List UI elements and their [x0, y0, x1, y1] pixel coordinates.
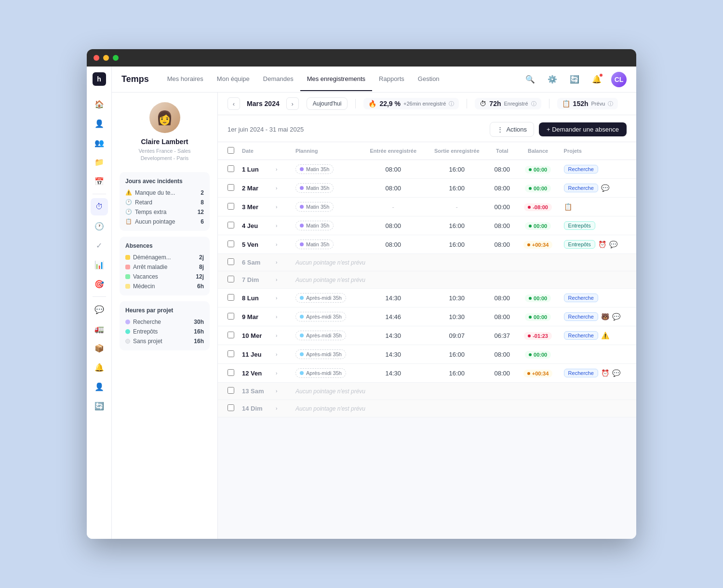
maximize-dot[interactable]: [113, 55, 119, 61]
minimize-dot[interactable]: [103, 55, 109, 61]
planning-pill[interactable]: Après-midi 35h: [295, 368, 346, 378]
planning-pill[interactable]: Matin 35h: [295, 164, 334, 174]
today-button[interactable]: Aujourd'hui: [307, 97, 348, 110]
tab-mes-horaires[interactable]: Mes horaires: [161, 67, 210, 91]
absence-demenagement: Déménagem... 2j: [125, 254, 204, 261]
sidebar-item-home[interactable]: 🏠: [91, 95, 108, 113]
planning-pill[interactable]: Après-midi 35h: [295, 312, 346, 321]
row-weekend-msg: Aucun pointage n'est prévu: [292, 400, 636, 417]
balance-badge: 00:00: [525, 185, 551, 192]
expand-button[interactable]: ›: [274, 203, 279, 211]
row-checkbox[interactable]: [228, 350, 234, 357]
expand-button[interactable]: ›: [274, 388, 279, 395]
absences-title: Absences: [125, 242, 204, 249]
planning-pill[interactable]: Matin 35h: [295, 240, 334, 249]
sidebar-item-history[interactable]: 🔄: [91, 397, 108, 414]
row-checkbox[interactable]: [228, 258, 234, 265]
vacances-dot: [125, 274, 130, 279]
sidebar-item-check[interactable]: ✓: [91, 237, 108, 254]
row-checkbox[interactable]: [228, 313, 234, 320]
sidebar-item-message[interactable]: 💬: [91, 301, 108, 318]
expand-button[interactable]: ›: [274, 405, 279, 412]
add-absence-button[interactable]: + Demander une absence: [539, 122, 627, 136]
row-planning: Après-midi 35h: [292, 289, 361, 307]
expand-button[interactable]: ›: [274, 313, 279, 321]
prev-period-button[interactable]: ‹: [228, 97, 240, 110]
row-projects: [560, 345, 636, 364]
actions-button[interactable]: ⋮ Actions: [490, 122, 534, 137]
close-dot[interactable]: [94, 55, 99, 61]
stat-enregistre: ⏱ 72h Enregistré ⓘ: [475, 98, 541, 109]
sidebar-item-alert[interactable]: 🔔: [91, 359, 108, 376]
tab-mes-enregistrements[interactable]: Mes enregistrements: [300, 67, 372, 91]
absence-vacances: Vacances 12j: [125, 273, 204, 280]
row-checkbox[interactable]: [228, 165, 234, 172]
expand-button[interactable]: ›: [274, 259, 279, 266]
sidebar-item-box[interactable]: 📦: [91, 339, 108, 357]
tab-rapports[interactable]: Rapports: [372, 67, 411, 91]
balance-badge: +00:34: [523, 241, 553, 249]
projet-sans: Sans projet 16h: [125, 338, 204, 345]
tab-gestion[interactable]: Gestion: [411, 67, 446, 91]
row-date: 3 Mer ›: [238, 198, 292, 216]
row-weekend-msg: Aucun pointage n'est prévu: [292, 383, 636, 400]
sidebar-item-clock2[interactable]: 🕐: [91, 217, 108, 235]
row-checkbox[interactable]: [228, 387, 234, 394]
row-checkbox[interactable]: [228, 203, 234, 210]
expand-button[interactable]: ›: [274, 222, 279, 229]
settings-button[interactable]: ⚙️: [545, 72, 560, 87]
row-checkbox[interactable]: [228, 369, 234, 376]
col-total: Total: [488, 142, 516, 160]
expand-button[interactable]: ›: [274, 276, 279, 283]
expand-button[interactable]: ›: [274, 185, 279, 192]
expand-button[interactable]: ›: [274, 351, 279, 358]
sidebar-item-calendar[interactable]: 📅: [91, 173, 108, 190]
planning-pill[interactable]: Matin 35h: [295, 221, 334, 230]
planning-pill[interactable]: Après-midi 35h: [295, 293, 346, 303]
sortie-value: 16:00: [449, 185, 465, 192]
sidebar-item-truck[interactable]: 🚛: [91, 320, 108, 337]
planning-pill[interactable]: Après-midi 35h: [295, 349, 346, 359]
sidebar-item-person[interactable]: 👤: [91, 115, 108, 132]
expand-button[interactable]: ›: [274, 332, 279, 339]
row-checkbox[interactable]: [228, 276, 234, 282]
row-icon: 🐻: [601, 313, 609, 321]
expand-button[interactable]: ›: [274, 241, 279, 248]
sidebar-item-user-plus[interactable]: 👤: [91, 378, 108, 395]
row-checkbox[interactable]: [228, 294, 234, 301]
table-row: 4 Jeu › Matin 35h 08:00 16:00 08:00: [218, 216, 636, 235]
search-button[interactable]: 🔍: [522, 72, 538, 87]
col-check: [218, 142, 238, 160]
planning-pill[interactable]: Matin 35h: [295, 202, 334, 212]
row-checkbox[interactable]: [228, 332, 234, 338]
sidebar-item-chart[interactable]: 📊: [91, 256, 108, 273]
weekend-message: Aucun pointage n'est prévu: [295, 388, 365, 395]
row-checkbox[interactable]: [228, 241, 234, 247]
sidebar-item-clock[interactable]: ⏱: [91, 198, 108, 215]
sidebar-item-team[interactable]: 👥: [91, 134, 108, 151]
expand-button[interactable]: ›: [274, 294, 279, 302]
sidebar-item-target[interactable]: 🎯: [91, 275, 108, 293]
select-all-checkbox[interactable]: [228, 147, 234, 154]
notifications-button[interactable]: 🔔: [589, 72, 604, 87]
tab-mon-equipe[interactable]: Mon équipe: [210, 67, 256, 91]
row-total: 08:00: [488, 179, 516, 198]
topnav-actions: 🔍 ⚙️ 🔄 🔔 CL: [522, 72, 627, 87]
sidebar-item-folder[interactable]: 📁: [91, 153, 108, 171]
planning-pill[interactable]: Après-midi 35h: [295, 331, 346, 340]
timer-icon: ⏱: [480, 100, 486, 107]
row-checkbox[interactable]: [228, 222, 234, 228]
table-body: 1 Lun › Matin 35h 08:00 16:00 08:00: [218, 160, 636, 417]
expand-button[interactable]: ›: [274, 370, 279, 377]
sync-button[interactable]: 🔄: [567, 72, 582, 87]
next-period-button[interactable]: ›: [286, 97, 299, 110]
expand-button[interactable]: ›: [274, 166, 279, 173]
projet-recherche: Recherche 30h: [125, 319, 204, 325]
user-avatar[interactable]: CL: [611, 72, 627, 87]
incidents-section: Jours avec incidents ⚠️ Manque du te... …: [120, 172, 210, 231]
row-checkbox[interactable]: [228, 184, 234, 191]
row-checkbox[interactable]: [228, 404, 234, 411]
tab-demandes[interactable]: Demandes: [256, 67, 300, 91]
planning-pill[interactable]: Matin 35h: [295, 183, 334, 193]
sortie-value: 10:30: [449, 294, 465, 302]
